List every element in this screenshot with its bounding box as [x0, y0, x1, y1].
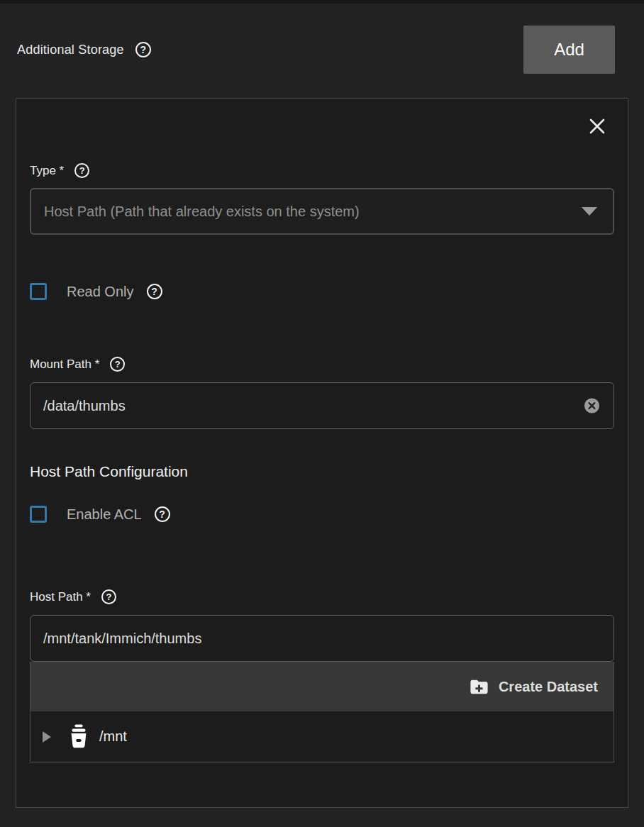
create-dataset-button[interactable]: Create Dataset [469, 677, 598, 697]
host-path-field [30, 615, 614, 662]
read-only-label: Read Only [67, 284, 134, 300]
help-icon[interactable]: ? [74, 163, 89, 178]
read-only-row: Read Only ? [30, 280, 614, 303]
mount-path-field [30, 382, 614, 429]
type-select[interactable]: Host Path (Path that already exists on t… [30, 188, 614, 235]
chevron-down-icon [582, 207, 597, 216]
close-x-glyph [587, 116, 608, 137]
type-select-value: Host Path (Path that already exists on t… [44, 204, 360, 220]
enable-acl-label: Enable ACL [67, 506, 142, 523]
type-label: Type * [30, 164, 64, 178]
section-title-row: Additional Storage ? [17, 42, 151, 57]
mount-path-label-row: Mount Path * ? [30, 357, 614, 372]
help-icon[interactable]: ? [110, 357, 125, 372]
help-icon[interactable]: ? [155, 506, 170, 522]
read-only-checkbox[interactable] [30, 283, 47, 300]
close-icon[interactable] [585, 114, 609, 138]
help-icon[interactable]: ? [101, 589, 116, 604]
clear-icon[interactable] [584, 398, 600, 414]
mount-path-input[interactable] [30, 382, 614, 429]
dataset-icon [67, 723, 91, 750]
host-path-label: Host Path * [30, 590, 91, 604]
host-path-configuration-heading: Host Path Configuration [30, 463, 614, 480]
add-button[interactable]: Add [523, 26, 615, 74]
enable-acl-checkbox[interactable] [30, 506, 47, 523]
clear-x-glyph [584, 398, 600, 414]
host-path-input[interactable] [30, 615, 614, 662]
additional-storage-header: Additional Storage ? Add [17, 26, 615, 74]
tree-node-label: /mnt [99, 728, 127, 745]
chevron-right-icon[interactable] [43, 731, 51, 743]
explorer-tree-panel: Create Dataset /mnt [30, 662, 614, 762]
help-icon[interactable]: ? [135, 42, 151, 57]
top-shadow [0, 0, 644, 4]
mount-path-label: Mount Path * [30, 357, 99, 372]
host-path-explorer: Create Dataset /mnt [30, 615, 614, 762]
host-path-label-row: Host Path * ? [30, 589, 614, 604]
section-title: Additional Storage [17, 43, 124, 57]
create-dataset-label: Create Dataset [499, 679, 598, 695]
tree-node-mnt[interactable]: /mnt [30, 711, 614, 762]
help-icon[interactable]: ? [147, 284, 162, 299]
storage-item-card: Type * ? Host Path (Path that already ex… [16, 98, 628, 808]
explorer-toolbar: Create Dataset [30, 662, 614, 711]
enable-acl-row: Enable ACL ? [30, 503, 614, 526]
type-label-row: Type * ? [30, 163, 614, 178]
folder-plus-icon [469, 677, 489, 697]
